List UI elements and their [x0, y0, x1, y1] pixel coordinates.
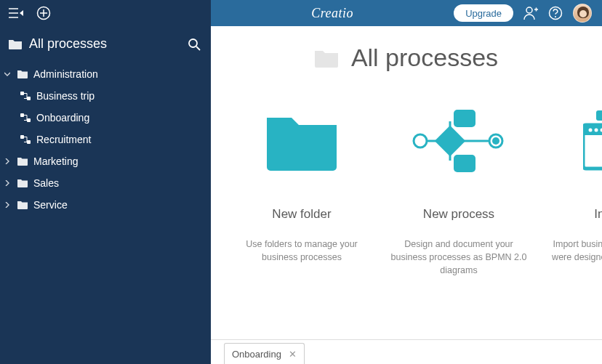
tree-item-marketing[interactable]: Marketing — [0, 150, 211, 172]
menu-collapse-icon[interactable] — [9, 8, 23, 18]
tab-onboarding[interactable]: Onboarding ✕ — [224, 343, 305, 364]
close-icon[interactable]: ✕ — [289, 349, 297, 360]
svg-rect-12 — [435, 126, 465, 156]
card-new-process[interactable]: New process Design and document your bus… — [382, 101, 535, 277]
add-icon[interactable] — [36, 6, 51, 20]
card-import[interactable]: Import * Import business processes that … — [539, 101, 602, 277]
sidebar: All processes Administration Business tr… — [0, 0, 211, 364]
svg-point-22 — [589, 128, 593, 132]
svg-rect-7 — [27, 140, 31, 144]
card-title: New process — [382, 207, 535, 222]
chevron-right-icon — [3, 202, 12, 208]
sidebar-toolbar — [0, 0, 211, 26]
avatar[interactable] — [573, 4, 592, 23]
tree-label: Service — [33, 199, 68, 211]
card-desc: Use folders to manage your business proc… — [225, 238, 378, 264]
svg-rect-4 — [20, 113, 24, 117]
chevron-right-icon — [3, 158, 12, 164]
process-icon — [20, 113, 31, 122]
tree-item-recruitment[interactable]: Recruitment — [0, 129, 211, 150]
folder-icon — [17, 70, 28, 78]
main: Creatio Upgrade All processes — [211, 0, 602, 364]
process-icon — [20, 135, 31, 144]
page-title-row: All processes — [211, 26, 602, 79]
card-desc: Import business processes that were desi… — [539, 238, 602, 264]
svg-point-10 — [555, 16, 556, 17]
folder-icon — [17, 179, 28, 187]
chevron-right-icon — [3, 180, 12, 186]
brand-logo: Creatio — [221, 6, 444, 21]
svg-point-1 — [189, 39, 197, 47]
svg-rect-21 — [583, 125, 602, 135]
svg-rect-17 — [596, 110, 602, 121]
svg-point-16 — [492, 137, 499, 145]
tab-label: Onboarding — [232, 349, 281, 360]
card-title: New folder — [225, 207, 378, 222]
svg-point-8 — [526, 7, 532, 13]
tree-label: Sales — [33, 177, 59, 189]
tree-item-service[interactable]: Service — [0, 194, 211, 216]
tree-item-sales[interactable]: Sales — [0, 172, 211, 194]
tree-item-administration[interactable]: Administration — [0, 63, 211, 85]
svg-rect-3 — [27, 97, 31, 100]
chevron-down-icon — [3, 71, 12, 77]
tree-label: Onboarding — [36, 112, 89, 124]
help-icon[interactable] — [548, 6, 563, 20]
page-title: All processes — [351, 44, 498, 72]
cards-row: New folder Use folders to manage your bu… — [211, 79, 602, 277]
svg-rect-5 — [27, 118, 31, 122]
tree-item-onboarding[interactable]: Onboarding — [0, 107, 211, 129]
svg-rect-14 — [454, 155, 475, 172]
sidebar-title: All processes — [29, 36, 107, 52]
sidebar-section-header[interactable]: All processes — [0, 26, 211, 62]
card-title: Import * — [539, 207, 602, 222]
folder-icon — [17, 201, 28, 209]
bpmn-illustration-icon — [382, 101, 535, 181]
tree-label: Administration — [33, 68, 98, 80]
card-desc: Design and document your business proces… — [382, 238, 535, 277]
content: All processes New folder Use folders to … — [211, 26, 602, 364]
svg-rect-2 — [20, 92, 24, 95]
svg-rect-6 — [20, 135, 24, 139]
folder-illustration-icon — [225, 101, 378, 181]
svg-point-11 — [414, 134, 427, 147]
topbar: Creatio Upgrade — [211, 0, 602, 26]
svg-point-23 — [595, 128, 598, 132]
sidebar-tree: Administration Business trip Onboarding … — [0, 62, 211, 217]
card-new-folder[interactable]: New folder Use folders to manage your bu… — [225, 101, 378, 277]
tabs-bar: Onboarding ✕ — [211, 339, 602, 364]
tree-label: Marketing — [33, 155, 78, 167]
upgrade-button[interactable]: Upgrade — [454, 4, 513, 22]
tree-item-business-trip[interactable]: Business trip — [0, 85, 211, 107]
tree-label: Business trip — [36, 90, 95, 102]
add-user-icon[interactable] — [523, 6, 538, 20]
tree-label: Recruitment — [36, 134, 91, 145]
process-icon — [20, 92, 31, 100]
import-illustration-icon — [539, 101, 602, 181]
folder-icon — [315, 49, 338, 68]
folder-icon — [9, 39, 22, 49]
svg-rect-13 — [454, 110, 475, 127]
folder-icon — [17, 157, 28, 166]
search-icon[interactable] — [188, 38, 201, 51]
